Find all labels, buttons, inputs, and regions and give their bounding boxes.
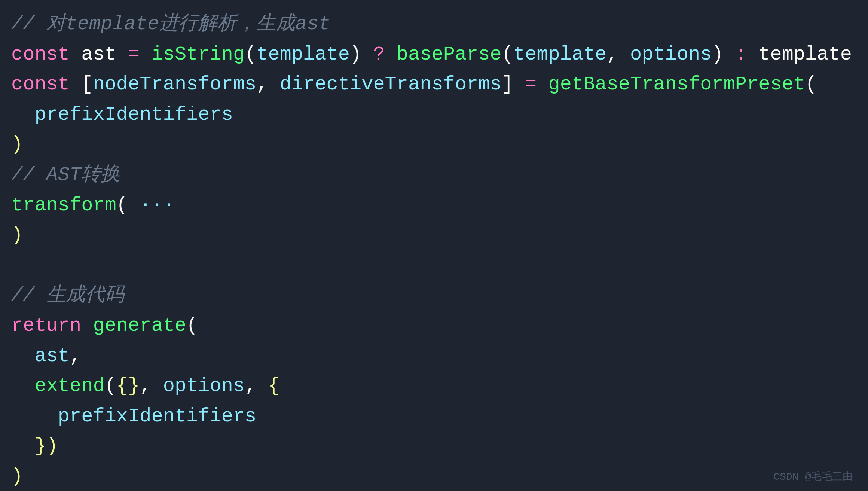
code-line-8: ast, — [11, 345, 81, 367]
code-line-3: prefixIdentifiers — [11, 104, 233, 126]
code-line-7: return generate( — [11, 315, 198, 337]
watermark: CSDN @毛毛三由 — [773, 469, 853, 484]
code-content: // 对template进行解析，生成ast const ast = isStr… — [0, 0, 868, 491]
code-editor: // 对template进行解析，生成ast const ast = isStr… — [0, 0, 868, 491]
code-line-12: ) — [11, 466, 23, 488]
code-line-10: prefixIdentifiers — [11, 405, 256, 427]
code-line-11: }) — [11, 435, 58, 457]
code-line-6: ) — [11, 224, 23, 246]
code-line-1: const ast = isString(template) ? basePar… — [11, 43, 852, 65]
code-line-4: ) — [11, 134, 23, 156]
comment-line-2: // AST转换 — [11, 164, 120, 186]
code-line-2: const [nodeTransforms, directiveTransfor… — [11, 73, 817, 95]
comment-line-1: // 对template进行解析，生成ast — [11, 13, 330, 35]
code-line-5: transform( ··· — [11, 194, 175, 216]
comment-line-3: // 生成代码 — [11, 284, 124, 307]
code-line-9: extend({}, options, { — [11, 375, 280, 397]
